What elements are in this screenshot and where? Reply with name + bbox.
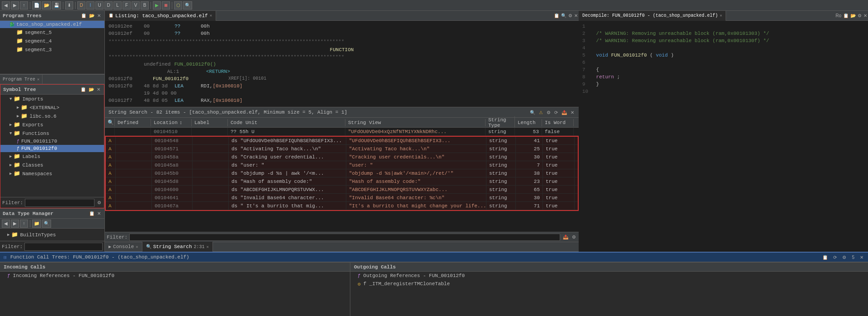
outgoing-ref-item-2[interactable]: ⚙ f _ITM_deregisterTMCloneTable	[350, 280, 868, 288]
dtm-up[interactable]: ↑	[20, 220, 28, 228]
decompile-tab-close[interactable]: ✕	[720, 13, 722, 18]
incoming-ref-item[interactable]: ƒ Incoming References - FUN_001012f0	[0, 272, 350, 280]
th-string-view[interactable]: String View	[345, 119, 486, 126]
dtm-builtin[interactable]: ▶ 📁 BuiltInTypes	[4, 230, 101, 239]
ss-search-icon[interactable]: 🔍	[529, 110, 536, 115]
dtm-filter-input[interactable]	[24, 243, 103, 251]
ss-filter-icon[interactable]: ⚙	[546, 110, 552, 115]
back-button[interactable]: ◀	[2, 1, 10, 10]
st-fun2[interactable]: ƒ FUN_001012f0	[0, 145, 104, 152]
listing-close[interactable]: ✕	[573, 13, 579, 18]
dc-icon1[interactable]: Ro	[835, 13, 842, 18]
st-functions[interactable]: ▼ 📁 Functions	[0, 129, 104, 138]
outgoing-ref-item[interactable]: ƒ Outgoing References - FUN_001012f0	[350, 272, 868, 280]
table-row-hl-2[interactable]: A 00104571 ds "Activating Taco hack...\n…	[106, 145, 578, 153]
th-length[interactable]: Length	[515, 119, 542, 126]
search-button[interactable]: 🔍	[183, 1, 192, 10]
v-button[interactable]: V	[132, 1, 140, 10]
st-classes[interactable]: ▶ 📁 Classes	[0, 161, 104, 169]
ss-refresh-icon[interactable]: ⟳	[553, 110, 559, 115]
listing-icon2[interactable]: 🔍	[560, 13, 567, 18]
ss-filter-input[interactable]	[129, 234, 560, 241]
st-fun1[interactable]: ƒ FUN_00101170	[0, 138, 104, 145]
table-row-hl-6[interactable]: A 001045d8 ds "Hash of assembly code:" "…	[106, 177, 578, 186]
dtm-fwd[interactable]: ▶	[11, 220, 19, 228]
th-label[interactable]: Label	[192, 119, 228, 126]
d2-button[interactable]: D	[104, 1, 113, 10]
forward-button[interactable]: ▶	[11, 1, 19, 10]
st-close[interactable]: ✕	[96, 87, 101, 92]
listing-icon1[interactable]: 📋	[553, 13, 560, 18]
table-row-hl-7[interactable]: A 00104600 ds "ABCDEFGHIJKLMNOPQRSTUVWX.…	[106, 186, 578, 194]
dc-icon2[interactable]: 📋	[842, 13, 849, 18]
listing-icon3[interactable]: ⚙	[567, 13, 573, 18]
pt-item-seg4[interactable]: 📁 segment_4	[0, 37, 104, 45]
dtm-b1[interactable]: 📁	[32, 220, 41, 228]
string-search-tab-close[interactable]: ✕	[207, 244, 209, 249]
l-button[interactable]: L	[113, 1, 122, 10]
u-button[interactable]: U	[95, 1, 104, 10]
filter-icon-btn[interactable]: ⚙	[96, 200, 102, 205]
decompile-button[interactable]: ⬡	[174, 1, 182, 10]
listing-tab-close[interactable]: ✕	[210, 13, 212, 18]
string-search-tab[interactable]: 🔍 String Search 2:31 ✕	[142, 242, 213, 252]
dc-icon4[interactable]: ⚙	[857, 13, 863, 18]
tab-program-tree[interactable]: Program Tree ✕	[0, 74, 42, 84]
down-arrow-button[interactable]: ⬇	[65, 1, 73, 10]
dtm-b2[interactable]: 🔍	[42, 220, 51, 228]
stop-button[interactable]: ⏹	[162, 1, 170, 10]
ss-filter-export[interactable]: 📤	[562, 235, 569, 239]
table-row-hl-3[interactable]: A 0010458a ds "Cracking user credential.…	[106, 153, 578, 161]
th-is-word[interactable]: Is Word	[542, 119, 574, 126]
run-button[interactable]: ▶	[153, 1, 161, 10]
pt-icon2[interactable]: 📂	[88, 13, 95, 18]
listing-tab[interactable]: 📋 Listing: taco_shop_unpacked.elf ✕	[105, 11, 216, 21]
st-imports[interactable]: ▼ 📁 Imports	[0, 95, 104, 103]
st-icon1[interactable]: 📋	[80, 87, 87, 92]
tab-program-tree-close[interactable]: ✕	[37, 77, 39, 82]
new-button[interactable]: 📄	[32, 1, 41, 10]
table-row-hl-5[interactable]: A 001045b0 ds "objdump -d %s | awk '/<m.…	[106, 169, 578, 177]
st-external[interactable]: ▶ 📁 <EXTERNAL>	[0, 103, 104, 112]
pt-item-elf[interactable]: 🐉 taco_shop_unpacked.elf	[0, 21, 104, 28]
d-button[interactable]: D	[77, 1, 85, 10]
table-row[interactable]: 00104510 ?? 55h U "UFdOU0VDe04xQzNfNTM1Y…	[105, 128, 579, 136]
dtm-close[interactable]: ✕	[96, 211, 102, 216]
pt-item-seg3[interactable]: 📁 segment_3	[0, 45, 104, 54]
decompile-tab[interactable]: Decompile: FUN_001012f0 - (taco_shop_unp…	[579, 11, 726, 21]
filter-input[interactable]	[25, 199, 94, 207]
st-exports[interactable]: ▶ 📁 Exports	[0, 120, 104, 129]
fct-close[interactable]: ✕	[859, 255, 864, 260]
th-location[interactable]: Location ↕	[151, 119, 192, 126]
st-namespaces[interactable]: ▶ 📁 Namespaces	[0, 169, 104, 178]
ss-filter-cols[interactable]: ⚙	[571, 235, 577, 239]
dtm-icon1[interactable]: 📋	[88, 211, 95, 216]
ss-close-icon[interactable]: ✕	[570, 110, 575, 115]
dtm-back[interactable]: ◀	[2, 220, 10, 228]
ss-warning-icon[interactable]: ⚠	[538, 110, 544, 115]
table-row-hl-9[interactable]: A 0010467a ds " It's a burrito that mig.…	[106, 202, 578, 210]
table-row-hl-4[interactable]: A 001045a8 ds "user: " "user: " string 7…	[106, 161, 578, 169]
pt-item-seg5[interactable]: 📁 segment_5	[0, 28, 104, 37]
table-row-hl-1[interactable]: A 00104548 ds "UFdOU0VDe0hBSEFIQUhBSEhBS…	[106, 137, 578, 145]
dc-close[interactable]: ✕	[863, 13, 868, 18]
st-icon2[interactable]: 📂	[88, 87, 95, 92]
b-button[interactable]: B	[141, 1, 149, 10]
fct-icon2[interactable]: ⟳	[832, 255, 838, 260]
fct-icon1[interactable]: 📋	[821, 255, 829, 260]
st-libc[interactable]: ▶ 📁 libc.so.6	[0, 112, 104, 120]
table-row-hl-8[interactable]: A 00104641 ds "Invalid Base64 character.…	[106, 194, 578, 202]
fct-icon4[interactable]: 5	[851, 255, 855, 260]
pt-icon1[interactable]: 📋	[80, 13, 87, 18]
up-button[interactable]: ↑	[20, 1, 28, 10]
i-button[interactable]: I	[86, 1, 94, 10]
ss-export-icon[interactable]: 📤	[561, 110, 568, 115]
st-labels[interactable]: ▶ 📁 Labels	[0, 152, 104, 161]
console-tab[interactable]: ▶ Console ✕	[105, 242, 142, 252]
dc-icon3[interactable]: 📂	[849, 13, 857, 18]
pt-close[interactable]: ✕	[96, 13, 102, 18]
save-button[interactable]: 💾	[52, 1, 61, 10]
f-button[interactable]: F	[123, 1, 131, 10]
th-string-type[interactable]: String Type	[486, 116, 515, 129]
th-code-unit[interactable]: Code Unit	[228, 119, 345, 126]
